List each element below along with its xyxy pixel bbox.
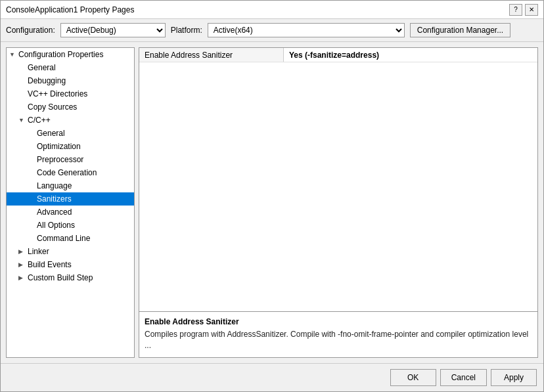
description-title: Enable Address Sanitizer — [145, 317, 532, 326]
tree-label-code-generation: Code Generation — [37, 168, 97, 177]
tree-label-advanced: Advanced — [37, 207, 72, 217]
tree-panel: ▼Configuration PropertiesGeneralDebuggin… — [6, 47, 135, 358]
tree-item-optimization[interactable]: Optimization — [7, 140, 134, 153]
dialog-title: ConsoleApplication1 Property Pages — [6, 5, 134, 14]
title-bar-controls: ? ✕ — [509, 4, 538, 16]
tree-item-language[interactable]: Language — [7, 179, 134, 192]
platform-select[interactable]: Active(x64) — [208, 23, 405, 37]
description-panel: Enable Address Sanitizer Compiles progra… — [139, 311, 537, 357]
tree-item-custom-build-step[interactable]: ▶Custom Build Step — [7, 271, 134, 284]
tree-arrow-cpp: ▼ — [18, 117, 28, 123]
tree-label-command-line: Command Line — [37, 234, 90, 243]
tree-arrow-build-events: ▶ — [18, 261, 28, 268]
right-panel: Enable Address SanitizerYes (-fsanitize=… — [139, 47, 538, 358]
apply-button[interactable]: Apply — [491, 369, 537, 386]
cancel-button[interactable]: Cancel — [440, 369, 487, 386]
tree-label-vc-directories: VC++ Directories — [28, 89, 87, 98]
property-grid: Enable Address SanitizerYes (-fsanitize=… — [139, 48, 537, 311]
tree-item-copy-sources[interactable]: Copy Sources — [7, 100, 134, 114]
tree-item-linker[interactable]: ▶Linker — [7, 245, 134, 258]
tree-label-custom-build-step: Custom Build Step — [28, 273, 93, 282]
footer: OK Cancel Apply — [1, 363, 543, 391]
tree-item-general[interactable]: General — [7, 61, 134, 74]
main-content: ▼Configuration PropertiesGeneralDebuggin… — [1, 42, 543, 363]
tree-label-cpp: C/C++ — [28, 116, 51, 125]
tree-arrow-custom-build-step: ▶ — [18, 274, 28, 281]
configuration-select[interactable]: Active(Debug) — [60, 23, 166, 37]
tree-item-preprocessor[interactable]: Preprocessor — [7, 153, 134, 166]
tree-label-debugging: Debugging — [28, 76, 66, 85]
tree-item-command-line[interactable]: Command Line — [7, 232, 134, 245]
description-text: Compiles program with AddressSanitizer. … — [145, 329, 532, 351]
config-label: Configuration: — [6, 26, 55, 35]
ok-button[interactable]: OK — [390, 369, 436, 386]
tree-label-linker: Linker — [28, 247, 49, 256]
config-row: Configuration: Active(Debug) Platform: A… — [1, 19, 543, 42]
property-row: Enable Address SanitizerYes (-fsanitize=… — [139, 48, 537, 62]
property-pages-dialog: ConsoleApplication1 Property Pages ? ✕ C… — [0, 0, 544, 392]
tree-item-config-props[interactable]: ▼Configuration Properties — [7, 48, 134, 61]
tree-label-all-options: All Options — [37, 221, 75, 230]
tree-item-advanced[interactable]: Advanced — [7, 206, 134, 219]
tree-label-optimization: Optimization — [37, 142, 81, 151]
close-button[interactable]: ✕ — [525, 4, 538, 16]
title-bar: ConsoleApplication1 Property Pages ? ✕ — [1, 1, 543, 19]
help-button[interactable]: ? — [509, 4, 522, 16]
property-name: Enable Address Sanitizer — [139, 48, 284, 62]
property-value[interactable]: Yes (-fsanitize=address) — [284, 48, 537, 62]
tree-label-preprocessor: Preprocessor — [37, 155, 83, 164]
tree-arrow-config-props: ▼ — [9, 51, 18, 58]
tree-item-build-events[interactable]: ▶Build Events — [7, 258, 134, 271]
tree-item-cpp[interactable]: ▼C/C++ — [7, 114, 134, 127]
tree-arrow-linker: ▶ — [18, 248, 28, 255]
tree-label-sanitizers: Sanitizers — [37, 194, 72, 204]
tree-label-build-events: Build Events — [28, 260, 72, 269]
tree-label-cpp-general: General — [37, 129, 65, 138]
tree-item-sanitizers[interactable]: Sanitizers — [7, 192, 134, 206]
tree-label-general: General — [28, 63, 56, 72]
tree-label-language: Language — [37, 181, 72, 190]
tree-item-vc-directories[interactable]: VC++ Directories — [7, 87, 134, 100]
platform-label: Platform: — [171, 26, 202, 35]
tree-item-code-generation[interactable]: Code Generation — [7, 166, 134, 179]
tree-item-cpp-general[interactable]: General — [7, 127, 134, 140]
tree-item-debugging[interactable]: Debugging — [7, 74, 134, 87]
configuration-manager-button[interactable]: Configuration Manager... — [410, 23, 510, 37]
tree-label-config-props: Configuration Properties — [18, 50, 103, 59]
tree-item-all-options[interactable]: All Options — [7, 219, 134, 232]
tree-label-copy-sources: Copy Sources — [28, 102, 77, 112]
